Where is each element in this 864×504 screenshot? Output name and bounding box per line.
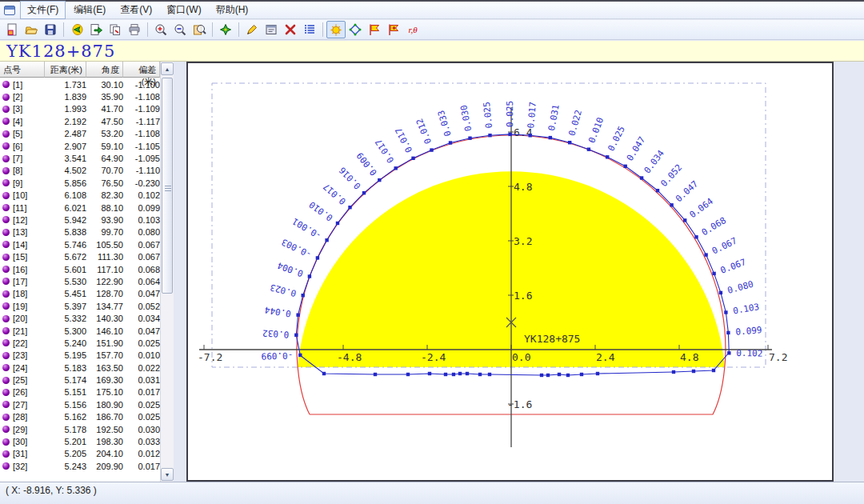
table-row[interactable]: [22]5.240151.900.025 <box>0 337 160 349</box>
scroll-up-icon[interactable]: ▲ <box>161 62 174 75</box>
toolbar-separator <box>238 22 239 37</box>
point-bullet-icon <box>2 167 10 174</box>
point-deviation: 0.025 <box>123 338 160 348</box>
table-row[interactable]: [28]5.162186.700.025 <box>0 411 160 423</box>
column-header-2[interactable]: 角度 <box>86 62 123 78</box>
table-row[interactable]: [9]5.85676.50-0.230 <box>0 177 160 189</box>
table-row[interactable]: [23]5.195157.700.010 <box>0 350 160 362</box>
column-header-1[interactable]: 距离(米) <box>45 62 86 78</box>
plot-canvas[interactable]: -7.2-4.8-2.40.02.44.87.2-1.61.63.24.86.4… <box>186 62 834 482</box>
floor-point-marker <box>558 373 561 376</box>
menu-file[interactable]: 文件(F) <box>20 1 66 19</box>
table-header: 点号距离(米)角度偏差(米) <box>0 62 173 78</box>
table-row[interactable]: [19]5.397134.770.052 <box>0 300 160 312</box>
open-icon[interactable] <box>22 21 41 38</box>
table-row[interactable]: [14]5.746105.500.067 <box>0 238 160 250</box>
point-distance: 5.162 <box>45 412 86 422</box>
point-bullet-icon <box>2 216 10 223</box>
table-row[interactable]: [25]5.174169.300.031 <box>0 374 160 386</box>
table-row[interactable]: [10]6.10882.300.102 <box>0 190 160 202</box>
table-row[interactable]: [24]5.183163.500.022 <box>0 362 160 374</box>
table-row[interactable]: [31]5.205204.100.012 <box>0 448 160 460</box>
table-row[interactable]: [18]5.451128.700.047 <box>0 288 160 300</box>
table-row[interactable]: [32]5.243209.900.017 <box>0 460 160 472</box>
point-deviation: -1.105 <box>123 142 160 151</box>
table-row[interactable]: [16]5.601117.100.068 <box>0 263 160 275</box>
menu-view[interactable]: 查看(V) <box>114 2 158 18</box>
print-icon[interactable] <box>125 21 144 38</box>
measured-point-marker <box>508 133 511 136</box>
x-tick-label: 4.8 <box>680 351 698 363</box>
point-id: [8] <box>0 166 45 175</box>
zoom-out-icon[interactable] <box>170 21 190 38</box>
table-row[interactable]: [4]2.19247.50-1.117 <box>0 115 160 127</box>
table-row[interactable]: [20]5.332140.300.034 <box>0 312 160 324</box>
floor-point-marker <box>322 372 326 375</box>
edit-pencil-icon[interactable] <box>242 21 262 38</box>
table-row[interactable]: [5]2.48753.20-1.108 <box>0 128 160 140</box>
point-angle: 41.70 <box>86 104 123 114</box>
measured-point-marker <box>325 238 328 242</box>
table-row[interactable]: [11]6.02188.100.099 <box>0 202 160 214</box>
point-bullet-icon <box>2 106 10 113</box>
zoom-in-icon[interactable] <box>151 21 170 38</box>
save-icon[interactable] <box>41 21 60 38</box>
point-bullet-icon <box>2 352 10 359</box>
app-icon <box>4 6 15 15</box>
table-row[interactable]: [12]5.94293.900.103 <box>0 214 160 226</box>
measured-point-marker <box>362 191 366 194</box>
menu-window[interactable]: 窗口(W) <box>160 2 207 18</box>
deviation-label: 0.044 <box>264 305 292 319</box>
table-row[interactable]: [7]3.54164.90-1.095 <box>0 152 160 164</box>
station-title: YK128+875 <box>6 42 115 61</box>
column-header-3[interactable]: 偏差(米) <box>123 62 160 78</box>
point-angle: 186.70 <box>86 412 123 422</box>
table-row[interactable]: [30]5.201198.300.033 <box>0 435 160 447</box>
point-distance: 5.151 <box>45 387 86 397</box>
table-row[interactable]: [1]1.73130.10-1.100 <box>0 78 160 90</box>
flag-icon[interactable] <box>365 21 384 38</box>
table-row[interactable]: [26]5.151175.100.017 <box>0 386 160 398</box>
export-icon[interactable] <box>86 21 106 38</box>
table-row[interactable]: [17]5.530122.900.064 <box>0 275 160 287</box>
scroll-down-icon[interactable]: ▼ <box>161 468 174 481</box>
point-id: [25] <box>0 375 45 385</box>
sun-symbol-icon[interactable] <box>326 21 346 38</box>
table-row[interactable]: [13]5.83899.700.080 <box>0 226 160 238</box>
scrollbar-thumb[interactable] <box>162 78 173 294</box>
table-row[interactable]: [29]5.178192.500.030 <box>0 423 160 435</box>
zoom-window-icon[interactable] <box>190 21 209 38</box>
fit-view-icon[interactable] <box>216 21 235 38</box>
table-row[interactable]: [27]5.156180.900.025 <box>0 398 160 410</box>
table-row[interactable]: [8]4.50270.70-1.110 <box>0 165 160 177</box>
measured-point-marker <box>529 134 532 137</box>
point-bullet-icon <box>2 81 10 88</box>
table-scrollbar[interactable]: ▲ ▼ <box>160 62 174 482</box>
point-bullet-icon <box>2 278 10 285</box>
table-row[interactable]: [2]1.83935.90-1.108 <box>0 90 160 102</box>
flag-star-icon[interactable] <box>384 21 403 38</box>
menu-edit[interactable]: 编辑(E) <box>67 2 112 18</box>
r-theta-icon[interactable]: r,θ <box>403 21 422 38</box>
cursor-coordinates: ( X: -8.916, Y: 5.336 ) <box>6 485 97 496</box>
table-row[interactable]: [21]5.300146.100.047 <box>0 325 160 337</box>
point-id: [4] <box>0 117 45 126</box>
import-icon[interactable] <box>67 21 86 38</box>
point-id: [17] <box>0 277 45 286</box>
table-row[interactable]: [3]1.99341.70-1.109 <box>0 103 160 115</box>
floor-point-marker <box>478 373 482 376</box>
point-deviation: -1.108 <box>123 92 160 102</box>
point-id: [26] <box>0 387 45 397</box>
table-row[interactable]: [15]5.672111.300.067 <box>0 250 160 262</box>
new-icon[interactable] <box>2 21 22 38</box>
point-id: [11] <box>0 203 45 213</box>
menu-help[interactable]: 帮助(H) <box>210 2 255 18</box>
point-distance: 2.487 <box>45 129 86 138</box>
properties-icon[interactable] <box>262 21 281 38</box>
vertex-polygon-icon[interactable] <box>346 21 365 38</box>
column-header-0[interactable]: 点号 <box>0 62 45 78</box>
delete-icon[interactable] <box>281 21 300 38</box>
copy-icon[interactable] <box>106 21 125 38</box>
table-row[interactable]: [6]2.90759.10-1.105 <box>0 140 160 152</box>
point-list-icon[interactable] <box>300 21 319 38</box>
